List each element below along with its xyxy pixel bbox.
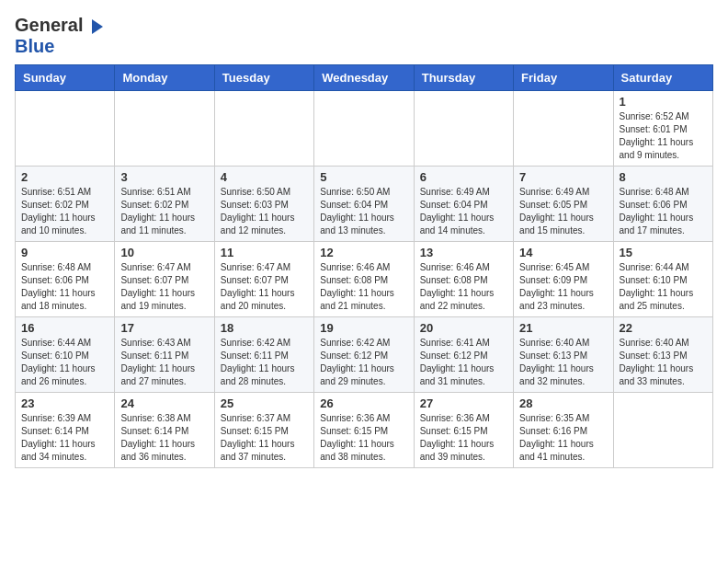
day-info: Sunrise: 6:44 AMSunset: 6:10 PMDaylight:… <box>620 261 707 313</box>
day-number: 24 <box>120 396 208 410</box>
day-info: Sunrise: 6:40 AMSunset: 6:13 PMDaylight:… <box>519 337 607 388</box>
calendar-cell: 14Sunrise: 6:45 AMSunset: 6:09 PMDayligh… <box>514 242 613 317</box>
weekday-header-row: SundayMondayTuesdayWednesdayThursdayFrid… <box>16 65 713 91</box>
day-info: Sunrise: 6:44 AMSunset: 6:10 PMDaylight:… <box>21 337 108 388</box>
day-number: 3 <box>120 170 208 184</box>
day-info: Sunrise: 6:50 AMSunset: 6:04 PMDaylight:… <box>320 186 407 237</box>
day-info: Sunrise: 6:47 AMSunset: 6:07 PMDaylight:… <box>221 261 308 313</box>
calendar-cell: 27Sunrise: 6:36 AMSunset: 6:15 PMDayligh… <box>414 393 513 468</box>
calendar-cell: 17Sunrise: 6:43 AMSunset: 6:11 PMDayligh… <box>115 317 214 393</box>
day-number: 28 <box>519 396 607 410</box>
day-number: 10 <box>120 246 208 259</box>
day-number: 27 <box>420 396 507 410</box>
day-info: Sunrise: 6:35 AMSunset: 6:16 PMDaylight:… <box>519 412 607 464</box>
calendar-cell: 16Sunrise: 6:44 AMSunset: 6:10 PMDayligh… <box>16 317 115 393</box>
calendar-cell: 10Sunrise: 6:47 AMSunset: 6:07 PMDayligh… <box>115 242 214 317</box>
day-info: Sunrise: 6:51 AMSunset: 6:02 PMDaylight:… <box>21 186 108 237</box>
day-number: 4 <box>221 170 308 184</box>
calendar-cell <box>414 91 513 167</box>
day-info: Sunrise: 6:42 AMSunset: 6:11 PMDaylight:… <box>221 337 308 388</box>
day-info: Sunrise: 6:42 AMSunset: 6:12 PMDaylight:… <box>320 337 407 388</box>
day-info: Sunrise: 6:46 AMSunset: 6:08 PMDaylight:… <box>420 261 507 313</box>
day-number: 20 <box>420 321 507 335</box>
weekday-header-friday: Friday <box>514 65 613 91</box>
day-info: Sunrise: 6:50 AMSunset: 6:03 PMDaylight:… <box>221 186 308 237</box>
weekday-header-saturday: Saturday <box>613 65 712 91</box>
calendar-cell: 6Sunrise: 6:49 AMSunset: 6:04 PMDaylight… <box>414 167 513 242</box>
day-info: Sunrise: 6:51 AMSunset: 6:02 PMDaylight:… <box>120 186 208 237</box>
day-info: Sunrise: 6:38 AMSunset: 6:14 PMDaylight:… <box>120 412 208 464</box>
logo-triangle-icon <box>85 17 103 36</box>
day-info: Sunrise: 6:48 AMSunset: 6:06 PMDaylight:… <box>620 186 707 237</box>
calendar-cell: 15Sunrise: 6:44 AMSunset: 6:10 PMDayligh… <box>613 242 712 317</box>
day-info: Sunrise: 6:49 AMSunset: 6:04 PMDaylight:… <box>420 186 507 237</box>
calendar-cell: 1Sunrise: 6:52 AMSunset: 6:01 PMDaylight… <box>613 91 712 167</box>
day-number: 15 <box>620 246 707 259</box>
calendar-cell: 20Sunrise: 6:41 AMSunset: 6:12 PMDayligh… <box>414 317 513 393</box>
day-number: 2 <box>21 170 108 184</box>
calendar-cell: 18Sunrise: 6:42 AMSunset: 6:11 PMDayligh… <box>214 317 313 393</box>
day-number: 16 <box>21 321 108 335</box>
svg-marker-0 <box>92 19 103 34</box>
calendar-cell: 22Sunrise: 6:40 AMSunset: 6:13 PMDayligh… <box>613 317 712 393</box>
calendar-cell: 28Sunrise: 6:35 AMSunset: 6:16 PMDayligh… <box>514 393 613 468</box>
day-info: Sunrise: 6:41 AMSunset: 6:12 PMDaylight:… <box>420 337 507 388</box>
day-info: Sunrise: 6:39 AMSunset: 6:14 PMDaylight:… <box>21 412 108 464</box>
calendar-cell <box>214 91 313 167</box>
calendar-cell: 26Sunrise: 6:36 AMSunset: 6:15 PMDayligh… <box>314 393 414 468</box>
calendar-cell: 23Sunrise: 6:39 AMSunset: 6:14 PMDayligh… <box>16 393 115 468</box>
day-number: 6 <box>420 170 507 184</box>
calendar-cell: 21Sunrise: 6:40 AMSunset: 6:13 PMDayligh… <box>514 317 613 393</box>
logo-general-text: General <box>15 15 83 36</box>
calendar-cell: 11Sunrise: 6:47 AMSunset: 6:07 PMDayligh… <box>214 242 313 317</box>
calendar-week-row: 9Sunrise: 6:48 AMSunset: 6:06 PMDaylight… <box>16 242 713 317</box>
calendar-cell: 8Sunrise: 6:48 AMSunset: 6:06 PMDaylight… <box>613 167 712 242</box>
day-info: Sunrise: 6:37 AMSunset: 6:15 PMDaylight:… <box>221 412 308 464</box>
calendar-cell: 24Sunrise: 6:38 AMSunset: 6:14 PMDayligh… <box>115 393 214 468</box>
calendar-cell <box>514 91 613 167</box>
calendar-cell <box>115 91 214 167</box>
calendar-cell <box>16 91 115 167</box>
calendar-cell <box>613 393 712 468</box>
day-number: 12 <box>320 246 407 259</box>
day-info: Sunrise: 6:36 AMSunset: 6:15 PMDaylight:… <box>320 412 407 464</box>
header: General Blue <box>15 15 713 57</box>
weekday-header-sunday: Sunday <box>16 65 115 91</box>
day-number: 19 <box>320 321 407 335</box>
weekday-header-tuesday: Tuesday <box>214 65 313 91</box>
day-info: Sunrise: 6:52 AMSunset: 6:01 PMDaylight:… <box>620 110 707 162</box>
calendar-cell: 13Sunrise: 6:46 AMSunset: 6:08 PMDayligh… <box>414 242 513 317</box>
day-info: Sunrise: 6:43 AMSunset: 6:11 PMDaylight:… <box>120 337 208 388</box>
weekday-header-monday: Monday <box>115 65 214 91</box>
day-info: Sunrise: 6:46 AMSunset: 6:08 PMDaylight:… <box>320 261 407 313</box>
calendar-cell: 19Sunrise: 6:42 AMSunset: 6:12 PMDayligh… <box>314 317 414 393</box>
calendar-cell: 9Sunrise: 6:48 AMSunset: 6:06 PMDaylight… <box>16 242 115 317</box>
calendar-cell: 2Sunrise: 6:51 AMSunset: 6:02 PMDaylight… <box>16 167 115 242</box>
day-number: 1 <box>620 95 707 109</box>
day-number: 13 <box>420 246 507 259</box>
day-number: 23 <box>21 396 108 410</box>
calendar-cell: 25Sunrise: 6:37 AMSunset: 6:15 PMDayligh… <box>214 393 313 468</box>
day-info: Sunrise: 6:45 AMSunset: 6:09 PMDaylight:… <box>519 261 607 313</box>
weekday-header-wednesday: Wednesday <box>314 65 414 91</box>
calendar-cell: 12Sunrise: 6:46 AMSunset: 6:08 PMDayligh… <box>314 242 414 317</box>
day-number: 25 <box>221 396 308 410</box>
day-number: 26 <box>320 396 407 410</box>
calendar-cell: 3Sunrise: 6:51 AMSunset: 6:02 PMDaylight… <box>115 167 214 242</box>
logo: General Blue <box>15 15 103 57</box>
day-info: Sunrise: 6:36 AMSunset: 6:15 PMDaylight:… <box>420 412 507 464</box>
calendar-week-row: 23Sunrise: 6:39 AMSunset: 6:14 PMDayligh… <box>16 393 713 468</box>
day-number: 9 <box>21 246 108 259</box>
day-number: 18 <box>221 321 308 335</box>
day-info: Sunrise: 6:49 AMSunset: 6:05 PMDaylight:… <box>519 186 607 237</box>
day-number: 17 <box>120 321 208 335</box>
calendar-table: SundayMondayTuesdayWednesdayThursdayFrid… <box>15 64 713 468</box>
day-info: Sunrise: 6:48 AMSunset: 6:06 PMDaylight:… <box>21 261 108 313</box>
weekday-header-thursday: Thursday <box>414 65 513 91</box>
day-number: 21 <box>519 321 607 335</box>
day-number: 8 <box>620 170 707 184</box>
logo-blue-text: Blue <box>15 36 54 56</box>
calendar-week-row: 16Sunrise: 6:44 AMSunset: 6:10 PMDayligh… <box>16 317 713 393</box>
calendar-cell: 5Sunrise: 6:50 AMSunset: 6:04 PMDaylight… <box>314 167 414 242</box>
calendar-week-row: 2Sunrise: 6:51 AMSunset: 6:02 PMDaylight… <box>16 167 713 242</box>
